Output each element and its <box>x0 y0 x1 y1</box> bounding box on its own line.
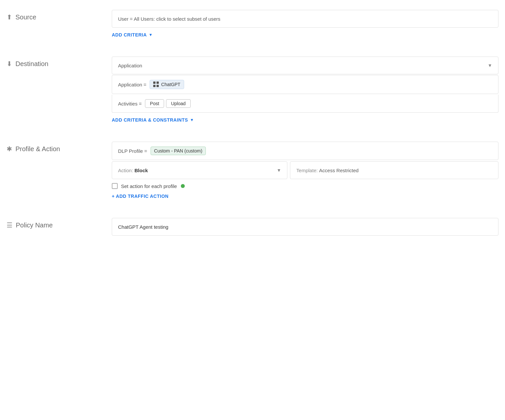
activities-tags-container: Post Upload <box>145 99 190 108</box>
source-label: ⬆ Source <box>7 10 112 21</box>
source-content: User = All Users: click to select subset… <box>112 10 498 37</box>
profile-action-content: DLP Profile = Custom - PAN (custom) Acti… <box>112 142 498 199</box>
action-dropdown-chevron-icon: ▼ <box>277 168 281 173</box>
destination-icon: ⬇ <box>7 60 12 68</box>
add-traffic-action-button[interactable]: + ADD TRAFFIC ACTION <box>112 194 498 199</box>
template-field: Template: Access Restricted <box>290 161 498 179</box>
set-action-checkbox[interactable] <box>112 183 118 189</box>
application-dropdown-chevron-icon: ▼ <box>488 63 492 68</box>
profile-action-label: ✱ Profile & Action <box>7 142 112 153</box>
set-action-checkbox-row: Set action for each profile <box>112 179 498 190</box>
application-dropdown[interactable]: Application ▼ <box>112 57 498 74</box>
profile-action-section: ✱ Profile & Action DLP Profile = Custom … <box>7 142 498 202</box>
policy-name-label: ☰ Policy Name <box>7 218 112 229</box>
destination-label: ⬇ Destination <box>7 57 112 68</box>
policy-name-icon: ☰ <box>7 221 12 229</box>
policy-name-content <box>112 218 498 236</box>
destination-content: Application ▼ Application = ChatGPT Acti… <box>112 57 498 123</box>
dlp-profile-tag[interactable]: Custom - PAN (custom) <box>151 147 206 155</box>
green-dot-indicator <box>181 184 185 188</box>
add-criteria-chevron-icon: ▼ <box>149 33 153 37</box>
destination-section: ⬇ Destination Application ▼ Application … <box>7 57 498 126</box>
chatgpt-app-icon <box>153 82 159 87</box>
action-template-row: Action: Block ▼ Template: Access Restric… <box>112 161 498 179</box>
add-constraints-chevron-icon: ▼ <box>190 118 194 122</box>
source-icon: ⬆ <box>7 13 12 21</box>
action-dropdown-label: Action: Block <box>118 168 148 173</box>
add-criteria-constraints-button[interactable]: ADD CRITERIA & CONSTRAINTS ▼ <box>112 117 498 123</box>
source-user-field[interactable]: User = All Users: click to select subset… <box>112 10 498 28</box>
action-dropdown[interactable]: Action: Block ▼ <box>112 161 287 179</box>
add-criteria-button[interactable]: ADD CRITERIA ▼ <box>112 32 498 37</box>
chatgpt-app-tag[interactable]: ChatGPT <box>150 80 184 89</box>
policy-name-section: ☰ Policy Name <box>7 218 498 239</box>
dlp-profile-row: DLP Profile = Custom - PAN (custom) <box>112 142 498 160</box>
policy-name-input[interactable] <box>112 218 498 236</box>
post-activity-tag[interactable]: Post <box>145 99 164 108</box>
profile-action-icon: ✱ <box>7 145 12 153</box>
application-equals-row: Application = ChatGPT <box>112 75 498 94</box>
activities-row: Activities = Post Upload <box>112 95 498 113</box>
source-section: ⬆ Source User = All Users: click to sele… <box>7 10 498 41</box>
upload-activity-tag[interactable]: Upload <box>166 99 190 108</box>
